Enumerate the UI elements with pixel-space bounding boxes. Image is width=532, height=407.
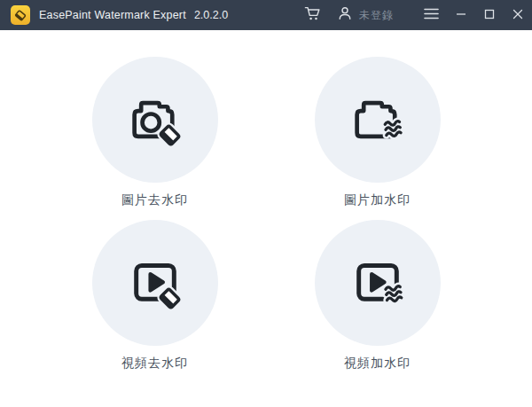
feature-label: 視頻去水印 xyxy=(121,356,188,371)
title-bar: EasePaint Watermark Expert 2.0.2.0 未登錄 xyxy=(0,0,532,30)
feature-row-bottom: 視頻去水印 xyxy=(84,220,449,371)
hamburger-menu-icon xyxy=(424,7,439,23)
maximize-button[interactable] xyxy=(475,0,504,30)
feature-image-remove-watermark: 圖片去水印 xyxy=(84,57,226,207)
main-menu-button[interactable] xyxy=(415,0,447,30)
video-remove-watermark-button[interactable] xyxy=(92,220,218,346)
main-content: 圖片去水印 xyxy=(0,30,532,407)
close-button[interactable] xyxy=(504,0,532,30)
cart-icon xyxy=(304,5,321,26)
minimize-button[interactable] xyxy=(447,0,475,30)
video-eraser-icon xyxy=(126,253,184,314)
camera-waves-icon xyxy=(348,90,407,151)
feature-label: 圖片加水印 xyxy=(344,192,411,207)
feature-row-top: 圖片去水印 xyxy=(84,57,449,207)
feature-video-remove-watermark: 視頻去水印 xyxy=(84,220,226,371)
image-add-watermark-button[interactable] xyxy=(315,57,441,183)
maximize-icon xyxy=(484,7,495,23)
app-logo-icon xyxy=(11,5,30,25)
app-title: EasePaint Watermark Expert xyxy=(39,9,186,21)
feature-label: 圖片去水印 xyxy=(121,192,188,207)
account-login-button[interactable]: 未登錄 xyxy=(328,0,403,30)
video-waves-icon xyxy=(348,253,407,314)
app-window: EasePaint Watermark Expert 2.0.2.0 未登錄 xyxy=(0,0,532,407)
user-icon xyxy=(337,5,353,25)
feature-image-add-watermark: 圖片加水印 xyxy=(307,57,449,207)
feature-video-add-watermark: 視頻加水印 xyxy=(307,220,449,371)
close-icon xyxy=(512,7,523,23)
image-remove-watermark-button[interactable] xyxy=(92,57,218,183)
feature-label: 視頻加水印 xyxy=(344,356,411,371)
video-add-watermark-button[interactable] xyxy=(315,220,441,346)
app-version: 2.0.2.0 xyxy=(194,9,228,21)
camera-eraser-icon xyxy=(126,90,184,151)
minimize-icon xyxy=(456,7,466,23)
store-cart-button[interactable] xyxy=(296,0,328,30)
login-status-label: 未登錄 xyxy=(359,8,394,23)
window-title: EasePaint Watermark Expert 2.0.2.0 xyxy=(39,9,228,21)
